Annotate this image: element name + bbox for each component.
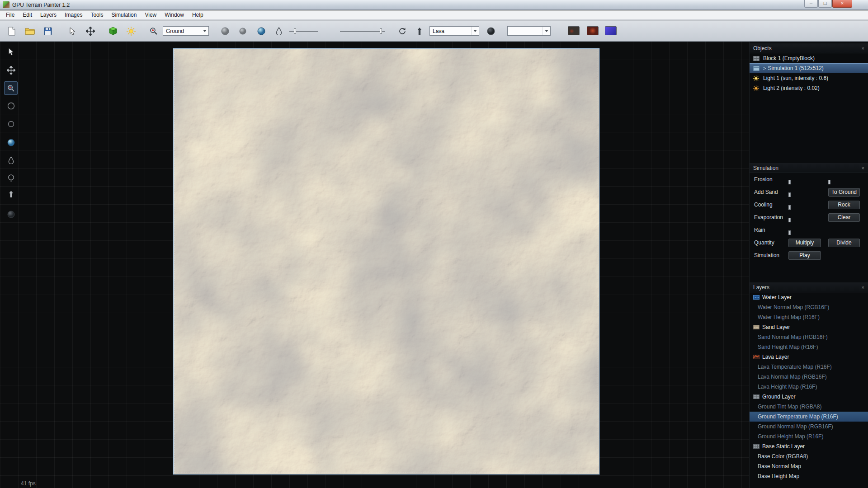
slider-handle[interactable] xyxy=(294,28,296,34)
minimize-button[interactable]: – xyxy=(804,0,818,8)
side-move-tool[interactable] xyxy=(4,63,18,77)
layer-map-row[interactable]: Sand Height Map (R16F) xyxy=(750,342,868,352)
menu-file[interactable]: File xyxy=(2,10,19,20)
slider-handle[interactable] xyxy=(788,192,791,197)
block-icon xyxy=(753,56,760,61)
brush-hard-button[interactable] xyxy=(236,25,249,38)
new-file-button[interactable] xyxy=(5,25,18,38)
clear-button[interactable]: Clear xyxy=(828,213,860,222)
slider-handle[interactable] xyxy=(380,28,382,34)
cursor-icon xyxy=(69,27,75,35)
slider-handle[interactable] xyxy=(788,218,791,222)
layer-group-water[interactable]: Water Layer xyxy=(750,292,868,302)
sphere-brush-button[interactable] xyxy=(255,25,268,38)
layers-panel-header: Layers × xyxy=(750,282,868,292)
extra-dropdown[interactable] xyxy=(507,26,551,36)
layer-group-base-static[interactable]: Base Static Layer xyxy=(750,441,868,451)
brush-strength-slider[interactable] xyxy=(340,28,385,34)
viewport[interactable]: 41 fps Objects × Block 1 (EmptyBlock) xyxy=(0,42,868,488)
expander-icon[interactable]: > xyxy=(763,66,766,71)
sphere-icon xyxy=(257,27,265,35)
divide-button[interactable]: Divide xyxy=(828,239,860,247)
object-item-light1[interactable]: Light 1 (sun, intensity : 0.6) xyxy=(750,73,868,83)
light-tool-button[interactable] xyxy=(125,25,137,38)
object-item-light2[interactable]: Light 2 (intensity : 0.02) xyxy=(750,83,868,93)
to-ground-button[interactable]: To Ground xyxy=(828,188,860,197)
dark-sphere-icon xyxy=(7,211,15,218)
texture-swatch-3[interactable] xyxy=(605,26,617,35)
texture-swatch-2[interactable] xyxy=(587,26,599,35)
close-icon[interactable]: × xyxy=(862,285,864,290)
layer-map-row[interactable]: Base Height Map xyxy=(750,471,868,481)
close-icon[interactable]: × xyxy=(862,165,864,171)
layer-map-row[interactable]: Lava Temperature Map (R16F) xyxy=(750,362,868,372)
layer-map-row[interactable]: Water Height Map (R16F) xyxy=(750,312,868,322)
menu-view[interactable]: View xyxy=(141,10,160,20)
menu-simulation[interactable]: Simulation xyxy=(107,10,141,20)
multiply-button[interactable]: Multiply xyxy=(788,239,821,247)
side-sphere-tool[interactable] xyxy=(4,136,18,149)
simulation-panel-header: Simulation × xyxy=(750,163,868,173)
sim-row-add-sand: Add Sand To Ground xyxy=(750,186,868,198)
rock-button[interactable]: Rock xyxy=(828,201,860,209)
layer-map-row-selected[interactable]: Ground Temperature Map (R16F) xyxy=(750,412,868,422)
droplet-tool-button[interactable] xyxy=(273,25,285,38)
slider-handle[interactable] xyxy=(788,180,791,184)
close-button[interactable]: × xyxy=(832,0,852,8)
layer-map-row[interactable]: Water Normal Map (RGB16F) xyxy=(750,302,868,312)
maximize-button[interactable]: □ xyxy=(818,0,832,8)
object-item-simulation[interactable]: > Simulation 1 (512x512) xyxy=(750,63,868,73)
dark-sphere-button[interactable] xyxy=(485,25,497,38)
menu-tools[interactable]: Tools xyxy=(86,10,107,20)
cube-icon xyxy=(108,27,118,36)
terrain-canvas[interactable] xyxy=(173,48,599,474)
slider-handle[interactable] xyxy=(788,230,791,235)
picker-icon xyxy=(7,84,15,92)
side-paint-tool[interactable] xyxy=(4,81,18,95)
raise-tool-button[interactable] xyxy=(413,25,426,38)
menu-edit[interactable]: Edit xyxy=(19,10,36,20)
slider-handle[interactable] xyxy=(788,205,791,210)
side-rotate-tool[interactable] xyxy=(4,171,18,185)
close-icon[interactable]: × xyxy=(862,46,864,51)
move-tool-button[interactable] xyxy=(84,25,97,38)
layer-map-row[interactable]: Lava Normal Map (RGB16F) xyxy=(750,372,868,382)
layer-map-row[interactable]: Ground Tint Map (RGBA8) xyxy=(750,402,868,412)
layer-map-row[interactable]: Ground Normal Map (RGB16F) xyxy=(750,422,868,432)
menu-help[interactable]: Help xyxy=(188,10,208,20)
sun-icon xyxy=(127,27,136,36)
menu-layers[interactable]: Layers xyxy=(36,10,61,20)
side-droplet-tool[interactable] xyxy=(4,153,18,167)
save-button[interactable] xyxy=(42,25,54,38)
layers-panel: Layers × Water Layer Water Normal Map (R… xyxy=(750,282,868,481)
layer-group-ground[interactable]: Ground Layer xyxy=(750,392,868,402)
layer-map-row[interactable]: Base Normal Map xyxy=(750,461,868,471)
brush-size-slider[interactable] xyxy=(289,28,318,34)
menu-window[interactable]: Window xyxy=(160,10,188,20)
ground-mode-dropdown[interactable]: Ground xyxy=(163,26,209,36)
layer-group-sand[interactable]: Sand Layer xyxy=(750,322,868,332)
layer-map-row[interactable]: Sand Normal Map (RGB16F) xyxy=(750,332,868,342)
select-tool-button[interactable] xyxy=(66,25,79,38)
slider-handle[interactable] xyxy=(828,180,830,184)
side-brush-hard-tool[interactable] xyxy=(4,117,18,131)
play-button[interactable]: Play xyxy=(788,251,821,260)
layer-map-row[interactable]: Base Color (RGBA8) xyxy=(750,451,868,461)
object-item-block[interactable]: Block 1 (EmptyBlock) xyxy=(750,53,868,63)
layer-map-row[interactable]: Ground Height Map (R16F) xyxy=(750,432,868,441)
side-select-tool[interactable] xyxy=(4,45,18,58)
layer-map-row[interactable]: Lava Height Map (R16F) xyxy=(750,382,868,392)
side-raise-tool[interactable] xyxy=(4,187,18,201)
side-dark-sphere-tool[interactable] xyxy=(4,207,18,221)
menu-images[interactable]: Images xyxy=(61,10,86,20)
open-file-button[interactable] xyxy=(24,25,36,38)
side-brush-soft-tool[interactable] xyxy=(4,99,18,113)
brush-soft-button[interactable] xyxy=(219,25,231,38)
texture-swatch-1[interactable] xyxy=(568,26,580,35)
layer-group-lava[interactable]: Lava Layer xyxy=(750,352,868,362)
material-dropdown[interactable]: Lava xyxy=(429,26,479,36)
block-tool-button[interactable] xyxy=(107,25,119,38)
material-value: Lava xyxy=(433,28,444,34)
rotate-tool-button[interactable] xyxy=(396,25,409,38)
paint-tool-button[interactable] xyxy=(147,25,160,38)
